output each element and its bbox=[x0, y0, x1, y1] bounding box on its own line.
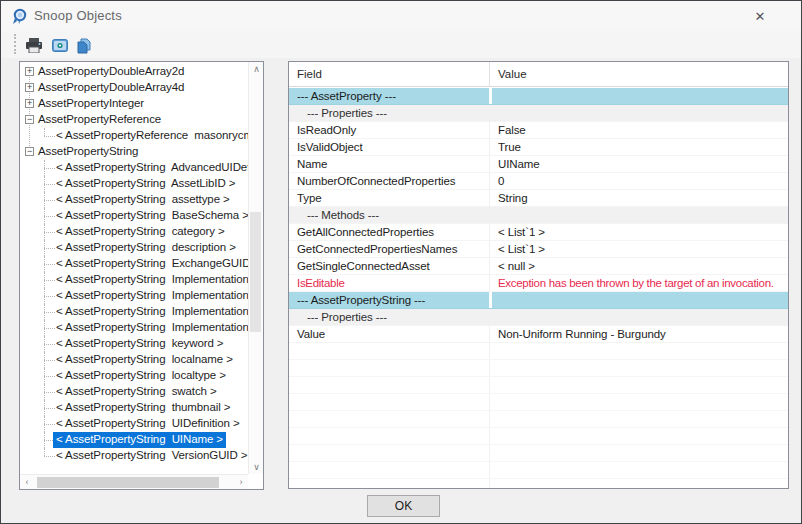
tree-item[interactable]: < AssetPropertyString UIName > bbox=[20, 432, 248, 448]
tree-item-label: < AssetPropertyString UIName > bbox=[53, 432, 226, 448]
grid-empty-row bbox=[289, 428, 788, 445]
field-cell: IsValidObject bbox=[289, 139, 489, 155]
tree-item[interactable]: < AssetPropertyString ImplementationG bbox=[20, 272, 248, 288]
grid-empty-row bbox=[289, 394, 788, 411]
grid-row[interactable]: GetConnectedPropertiesNames< List`1 > bbox=[289, 241, 788, 258]
copy-button[interactable] bbox=[73, 34, 95, 55]
tree-item[interactable]: < AssetPropertyString category > bbox=[20, 224, 248, 240]
tree-item-label: < AssetPropertyString ExchangeGUID bbox=[53, 256, 248, 272]
tree-item[interactable]: < AssetPropertyString BaseSchema > bbox=[20, 208, 248, 224]
value-cell bbox=[489, 207, 788, 223]
grid-row[interactable]: --- Properties --- bbox=[289, 309, 788, 326]
scroll-up-icon[interactable]: ∧ bbox=[249, 62, 264, 76]
expand-icon[interactable]: + bbox=[25, 83, 34, 92]
value-cell bbox=[489, 88, 788, 104]
horizontal-scroll-thumb[interactable] bbox=[37, 477, 219, 488]
grid-row[interactable]: --- AssetProperty --- bbox=[289, 88, 788, 105]
grid-empty-row bbox=[289, 377, 788, 394]
tree-item[interactable]: +AssetPropertyDoubleArray2d bbox=[20, 64, 248, 80]
tree-item[interactable]: < AssetPropertyString ImplementationC bbox=[20, 304, 248, 320]
tree-item-label: < AssetPropertyString localname > bbox=[53, 352, 236, 368]
grid-row[interactable]: NumberOfConnectedProperties0 bbox=[289, 173, 788, 190]
print-button[interactable] bbox=[23, 34, 45, 55]
toolbar-grip-icon bbox=[14, 34, 17, 54]
value-cell bbox=[489, 394, 788, 410]
grid-row[interactable]: IsValidObjectTrue bbox=[289, 139, 788, 156]
tree-item-label: < AssetPropertyString description > bbox=[53, 240, 239, 256]
value-cell: False bbox=[489, 122, 788, 138]
field-cell: --- Methods --- bbox=[289, 207, 489, 223]
tree-item[interactable]: < AssetPropertyString UIDefinition > bbox=[20, 416, 248, 432]
expand-icon[interactable]: + bbox=[25, 67, 34, 76]
field-cell bbox=[289, 360, 489, 376]
grid-row[interactable]: ValueNon-Uniform Running - Burgundy bbox=[289, 326, 788, 343]
tree-item[interactable]: < AssetPropertyString swatch > bbox=[20, 384, 248, 400]
collapse-icon[interactable]: − bbox=[25, 115, 34, 124]
column-header-value[interactable]: Value bbox=[489, 62, 788, 86]
grid-row[interactable]: NameUIName bbox=[289, 156, 788, 173]
grid-empty-row bbox=[289, 462, 788, 479]
grid-row[interactable]: IsEditableException has been thrown by t… bbox=[289, 275, 788, 292]
tree-panel: +AssetPropertyDoubleArray2d+AssetPropert… bbox=[19, 61, 264, 490]
field-cell bbox=[289, 394, 489, 410]
tree-item[interactable]: < AssetPropertyString ImplementationM bbox=[20, 288, 248, 304]
value-cell: True bbox=[489, 139, 788, 155]
scroll-right-icon[interactable]: › bbox=[234, 475, 248, 490]
vertical-scroll-thumb[interactable] bbox=[250, 212, 261, 332]
grid-row[interactable]: --- Methods --- bbox=[289, 207, 788, 224]
tree-item-label: < AssetPropertyString UIDefinition > bbox=[53, 416, 243, 432]
scroll-down-icon[interactable]: ∨ bbox=[249, 460, 264, 474]
collapse-icon[interactable]: − bbox=[25, 147, 34, 156]
tree-item[interactable]: < AssetPropertyString keyword > bbox=[20, 336, 248, 352]
tree-item[interactable]: < AssetPropertyReference masonrycmu bbox=[20, 128, 248, 144]
tree-item-label: < AssetPropertyString VersionGUID > bbox=[53, 448, 248, 464]
toolbar bbox=[1, 31, 801, 58]
value-cell bbox=[489, 343, 788, 359]
tree-item[interactable]: < AssetPropertyString ExchangeGUID bbox=[20, 256, 248, 272]
field-cell: GetAllConnectedProperties bbox=[289, 224, 489, 240]
grid-row[interactable]: TypeString bbox=[289, 190, 788, 207]
field-cell: --- AssetProperty --- bbox=[289, 88, 489, 104]
tree-item[interactable]: +AssetPropertyDoubleArray4d bbox=[20, 80, 248, 96]
grid-row[interactable]: --- Properties --- bbox=[289, 105, 788, 122]
ok-button[interactable]: OK bbox=[367, 495, 440, 517]
grid-row[interactable]: GetSingleConnectedAsset< null > bbox=[289, 258, 788, 275]
tree-item[interactable]: < AssetPropertyString AssetLibID > bbox=[20, 176, 248, 192]
tree-item[interactable]: < AssetPropertyString localtype > bbox=[20, 368, 248, 384]
field-cell bbox=[289, 445, 489, 461]
tree-item[interactable]: < AssetPropertyString ImplementationP bbox=[20, 320, 248, 336]
window-title: Snoop Objects bbox=[34, 8, 122, 23]
grid-row[interactable]: GetAllConnectedProperties< List`1 > bbox=[289, 224, 788, 241]
close-icon[interactable]: ✕ bbox=[749, 7, 771, 26]
value-cell bbox=[489, 445, 788, 461]
tree-item-label: AssetPropertyDoubleArray4d bbox=[35, 80, 187, 96]
capture-image-button[interactable] bbox=[49, 34, 71, 55]
tree-item[interactable]: < AssetPropertyString thumbnail > bbox=[20, 400, 248, 416]
column-header-field[interactable]: Field bbox=[289, 62, 489, 86]
grid-empty-row bbox=[289, 343, 788, 360]
value-cell: Non-Uniform Running - Burgundy bbox=[489, 326, 788, 342]
tree-item[interactable]: < AssetPropertyString AdvancedUIDefi bbox=[20, 160, 248, 176]
tree-item[interactable]: < AssetPropertyString description > bbox=[20, 240, 248, 256]
value-cell bbox=[489, 377, 788, 393]
tree-item[interactable]: +AssetPropertyInteger bbox=[20, 96, 248, 112]
tree-item[interactable]: < AssetPropertyString assettype > bbox=[20, 192, 248, 208]
expand-icon[interactable]: + bbox=[25, 99, 34, 108]
tree-horizontal-scrollbar[interactable]: ‹ › bbox=[20, 474, 248, 489]
field-cell: Type bbox=[289, 190, 489, 206]
grid-row[interactable]: --- AssetPropertyString --- bbox=[289, 292, 788, 309]
grid-empty-row bbox=[289, 479, 788, 488]
tree-item[interactable]: −AssetPropertyReference bbox=[20, 112, 248, 128]
scroll-left-icon[interactable]: ‹ bbox=[20, 475, 34, 490]
field-cell: Name bbox=[289, 156, 489, 172]
tree-vertical-scrollbar[interactable]: ∧ ∨ bbox=[248, 62, 263, 474]
tree-item-label: < AssetPropertyString swatch > bbox=[53, 384, 220, 400]
tree-item[interactable]: < AssetPropertyString VersionGUID > bbox=[20, 448, 248, 464]
tree-item-label: < AssetPropertyString assettype > bbox=[53, 192, 233, 208]
tree-item[interactable]: < AssetPropertyString localname > bbox=[20, 352, 248, 368]
grid-row[interactable]: IsReadOnlyFalse bbox=[289, 122, 788, 139]
tree-item[interactable]: −AssetPropertyString bbox=[20, 144, 248, 160]
copy-pages-icon bbox=[77, 38, 92, 54]
value-cell bbox=[489, 292, 788, 308]
field-cell: --- Properties --- bbox=[289, 105, 489, 121]
